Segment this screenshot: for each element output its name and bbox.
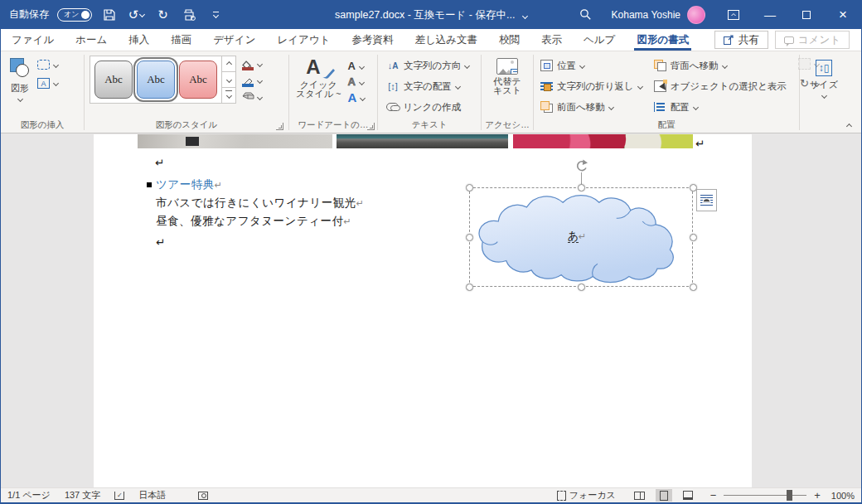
- focus-mode-button[interactable]: フォーカス: [557, 489, 616, 502]
- shape-style-2-selected[interactable]: Abc: [137, 61, 175, 99]
- gallery-up-icon[interactable]: [222, 56, 235, 71]
- create-link-button[interactable]: リンクの作成: [386, 98, 481, 116]
- print-icon[interactable]: [180, 6, 198, 24]
- tab-draw[interactable]: 描画: [160, 29, 202, 51]
- document-page[interactable]: ↵ ↵ ツアー特典↵ 市バスでは行きにくいワイナリー観光↵ 昼食、優雅なアフタヌ…: [94, 134, 752, 487]
- language-indicator[interactable]: 日本語: [138, 489, 166, 502]
- zoom-in-button[interactable]: +: [814, 489, 821, 502]
- tab-file[interactable]: ファイル: [1, 29, 65, 51]
- resize-handle-n[interactable]: [578, 184, 585, 191]
- tab-shape-format[interactable]: 図形の書式: [626, 29, 700, 51]
- resize-handle-s[interactable]: [578, 284, 585, 291]
- cloud-text[interactable]: あ↵: [540, 229, 614, 244]
- print-layout-button[interactable]: [656, 489, 672, 502]
- maximize-button[interactable]: [788, 0, 825, 29]
- focus-label: フォーカス: [569, 489, 616, 502]
- send-backward-button[interactable]: 背面へ移動: [654, 56, 787, 75]
- account-area[interactable]: Kohama Yoshie: [602, 0, 715, 29]
- minimize-button[interactable]: —: [752, 0, 788, 29]
- shape-fill-button[interactable]: [242, 56, 262, 71]
- web-layout-button[interactable]: [680, 489, 696, 502]
- text-outline-button[interactable]: A: [348, 75, 366, 90]
- shape-outline-button[interactable]: [242, 73, 262, 88]
- cloud-shape-selection[interactable]: あ↵: [465, 159, 705, 300]
- photo-street[interactable]: [138, 134, 332, 148]
- title-bar: 自動保存 オン ↺ ↻ sample27.docx - 互換モード - 保存中.…: [1, 0, 861, 29]
- photo-flowers[interactable]: [513, 134, 693, 148]
- resize-handle-e[interactable]: [690, 234, 697, 241]
- tab-mailings[interactable]: 差し込み文書: [404, 29, 488, 51]
- photo-fountain[interactable]: [337, 134, 508, 148]
- doc-heading[interactable]: ツアー特典↵: [156, 177, 222, 192]
- selection-pane-button[interactable]: オブジェクトの選択と表示: [654, 77, 787, 95]
- group-accessibility: 代替テ キスト アクセシ…: [482, 51, 533, 133]
- comment-icon: [784, 36, 794, 44]
- resize-handle-w[interactable]: [466, 234, 473, 241]
- position-button[interactable]: 位置: [540, 56, 642, 75]
- text-effects-button[interactable]: A: [348, 90, 366, 105]
- align-button[interactable]: 配置: [654, 98, 787, 116]
- char-count[interactable]: 137 文字: [65, 489, 100, 502]
- wrap-text-button[interactable]: 文字列の折り返し: [540, 77, 642, 95]
- rotate-handle-icon[interactable]: [574, 159, 588, 173]
- customize-qat-icon[interactable]: [206, 6, 225, 24]
- web-layout-icon: [683, 491, 693, 500]
- document-area[interactable]: ↵ ↵ ツアー特典↵ 市バスでは行きにくいワイナリー観光↵ 昼食、優雅なアフタヌ…: [1, 134, 861, 487]
- ribbon-display-options-icon[interactable]: [715, 0, 752, 29]
- title-dropdown-icon[interactable]: [522, 13, 528, 19]
- zoom-level[interactable]: 100%: [831, 491, 855, 501]
- doc-line-1[interactable]: 市バスでは行きにくいワイナリー観光↵: [156, 196, 365, 211]
- page-indicator[interactable]: 1/1 ページ: [7, 489, 51, 502]
- read-mode-button[interactable]: [632, 489, 648, 502]
- macro-record-icon[interactable]: [198, 492, 208, 500]
- undo-button[interactable]: ↺: [127, 6, 145, 24]
- tab-home[interactable]: ホーム: [65, 29, 118, 51]
- alt-text-label2: キスト: [493, 85, 521, 95]
- text-box-button[interactable]: A: [37, 78, 58, 89]
- shape-style-3[interactable]: Abc: [179, 61, 217, 99]
- tab-review[interactable]: 校閲: [488, 29, 530, 51]
- redo-button[interactable]: ↻: [153, 6, 172, 24]
- autosave-toggle[interactable]: オン: [57, 8, 92, 22]
- resize-handle-sw[interactable]: [466, 284, 473, 291]
- shape-effects-button[interactable]: [242, 90, 262, 104]
- resize-handle-se[interactable]: [690, 284, 697, 291]
- search-button[interactable]: [569, 0, 602, 29]
- tab-help[interactable]: ヘルプ: [573, 29, 626, 51]
- dialog-launcher-icon[interactable]: [367, 123, 375, 130]
- zoom-slider-thumb[interactable]: [787, 490, 792, 501]
- shape-style-1[interactable]: Abc: [94, 61, 133, 99]
- tab-references[interactable]: 参考資料: [341, 29, 404, 51]
- comments-button[interactable]: コメント: [775, 31, 850, 49]
- avatar[interactable]: [687, 6, 705, 24]
- shapes-button[interactable]: 図形: [9, 53, 31, 101]
- create-link-label: リンクの作成: [403, 101, 461, 114]
- tab-layout[interactable]: レイアウト: [266, 29, 341, 51]
- alt-text-button[interactable]: 代替テ キスト: [482, 53, 533, 95]
- document-title-text[interactable]: sample27.docx - 互換モード - 保存中...: [335, 9, 515, 21]
- gallery-more-icon[interactable]: [222, 87, 235, 103]
- zoom-slider[interactable]: [724, 495, 806, 496]
- resize-handle-nw[interactable]: [466, 184, 473, 191]
- size-button[interactable]: ↕▯ サイズ: [800, 55, 848, 98]
- dialog-launcher-icon[interactable]: [276, 123, 283, 130]
- tab-view[interactable]: 表示: [530, 29, 573, 51]
- group-size: ↕▯ サイズ: [800, 51, 848, 133]
- edit-shape-button[interactable]: [37, 60, 58, 70]
- proofing-icon[interactable]: ✓: [114, 492, 124, 500]
- save-icon[interactable]: [100, 6, 119, 24]
- gallery-down-icon[interactable]: [222, 71, 235, 87]
- close-button[interactable]: ×: [825, 0, 861, 29]
- share-button[interactable]: 共有: [714, 31, 768, 49]
- align-text-button[interactable]: [↕] 文字の配置: [386, 77, 481, 95]
- quick-styles-button[interactable]: A クイック スタイル ~: [296, 55, 341, 105]
- text-fill-button[interactable]: A: [348, 59, 366, 74]
- layout-options-button[interactable]: [696, 189, 717, 211]
- text-direction-button[interactable]: ↓A 文字列の方向: [386, 56, 481, 75]
- tab-insert[interactable]: 挿入: [118, 29, 160, 51]
- tab-design[interactable]: デザイン: [202, 29, 266, 51]
- doc-line-2[interactable]: 昼食、優雅なアフタヌーンティー付↵: [156, 214, 351, 229]
- zoom-out-button[interactable]: −: [710, 489, 717, 502]
- bring-forward-button[interactable]: 前面へ移動: [540, 98, 642, 116]
- shapes-icon: [9, 58, 31, 80]
